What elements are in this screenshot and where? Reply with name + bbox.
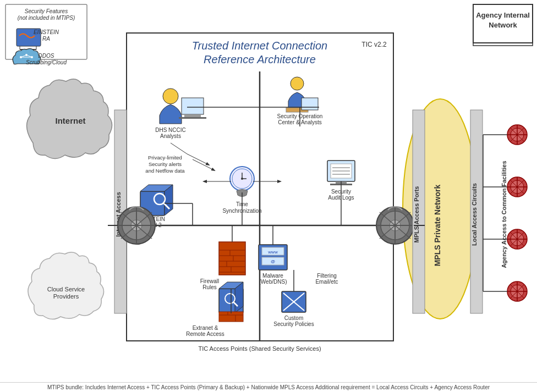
svg-line-19 — [187, 154, 209, 165]
dhs-nccic-label2: Analysts — [160, 133, 181, 139]
legend-title-line2: (not included in MTIPS) — [18, 15, 75, 21]
privacy-label2: Security alerts — [149, 161, 182, 167]
svg-rect-22 — [302, 98, 318, 110]
internet-label: Internet — [55, 116, 85, 125]
privacy-label3: and Netflow data — [145, 168, 185, 174]
malware-label1: Malware — [262, 273, 283, 279]
diagram-title-line1: Trusted Internet Connection — [192, 40, 327, 52]
svg-text:@: @ — [271, 259, 275, 264]
local-circuits-label: Local Access Circuits — [471, 183, 478, 246]
main-diagram: Trusted Internet Connection Reference Ar… — [0, 0, 537, 368]
firewall-label1: Firewall — [200, 278, 219, 284]
agency-access-label: Agency Access to Common Facilities — [501, 161, 507, 268]
svg-point-27 — [241, 178, 243, 180]
mpls-access-ports-label: MPLS Access Ports — [413, 186, 420, 243]
page-container: Trusted Internet Connection Reference Ar… — [0, 0, 537, 392]
svg-line-128 — [171, 143, 187, 154]
extranet-label2: Remote Access — [186, 331, 224, 337]
custom-sec-label1: Custom — [284, 315, 303, 321]
diagram-title-line2: Reference Architecture — [204, 53, 316, 65]
svg-rect-16 — [182, 98, 204, 114]
cloud-service-label1: Cloud Service — [47, 286, 85, 292]
firewall-label2: Rules — [202, 284, 217, 290]
legend-ddos-label2: Scrubbing/Cloud — [26, 59, 67, 65]
legend-einstein-label2: RA — [42, 36, 50, 42]
custom-sec-label2: Security Policies — [273, 321, 314, 327]
tic-access-label: TIC Access Points (Shared Security Servi… — [198, 345, 321, 352]
filtering-label1: Filtering — [317, 273, 337, 279]
svg-rect-40 — [219, 242, 245, 275]
legend-title-line1: Security Features — [25, 8, 68, 14]
malware-label2: (Web/DNS) — [259, 279, 287, 285]
filtering-label2: Email/etc — [315, 279, 338, 285]
svg-rect-18 — [179, 117, 206, 119]
agency-network-title2: Network — [489, 21, 517, 29]
cloud-service-label2: Providers — [53, 293, 79, 300]
dhs-nccic-label1: DHS NCCIC — [155, 127, 186, 133]
agency-network-title1: Agency Internal — [476, 11, 530, 19]
svg-point-15 — [163, 89, 178, 104]
footnote: MTIPS bundle: Includes Internet Access +… — [0, 382, 537, 392]
svg-line-127 — [193, 159, 215, 170]
svg-point-20 — [291, 77, 304, 90]
legend-ddos-label1: DDOS — [39, 53, 54, 59]
mpls-label: MPLS Private Network — [433, 184, 442, 266]
extranet-label1: Extranet & — [193, 325, 218, 331]
svg-text:www: www — [267, 250, 278, 255]
svg-rect-17 — [184, 114, 201, 117]
legend-einstein-label1: EINSTEIN — [34, 29, 59, 35]
privacy-label1: Privacy-limited — [148, 154, 182, 161]
tic-version: TIC v2.2 — [361, 41, 387, 48]
